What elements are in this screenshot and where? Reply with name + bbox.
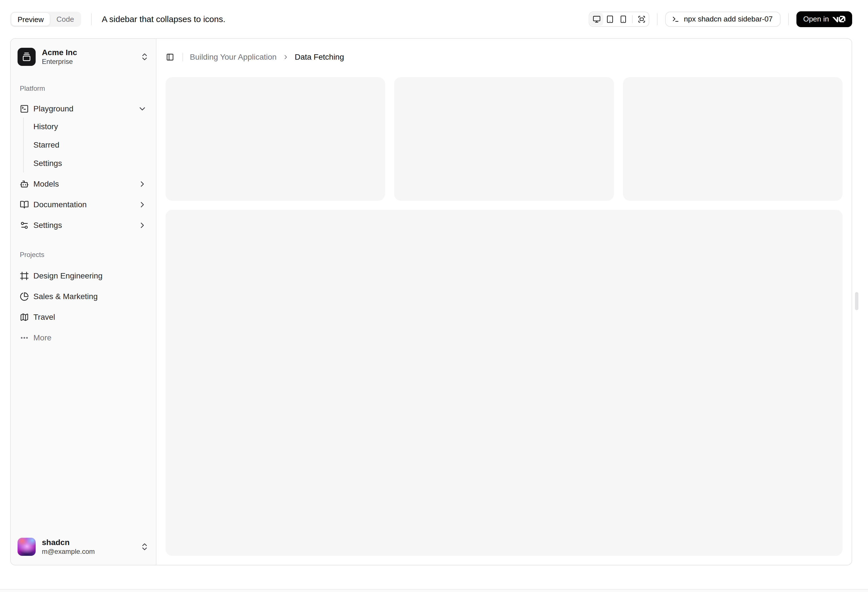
fullscreen-icon (638, 15, 646, 23)
sidebar-item-label: Playground (33, 104, 74, 113)
open-in-v0-button[interactable]: Open in (796, 11, 852, 27)
sidebar-item-label: More (33, 333, 52, 342)
chevron-right-icon (282, 54, 289, 60)
team-switcher-button[interactable]: Acme Inc Enterprise (15, 43, 151, 71)
placeholder-card-large (165, 210, 843, 556)
install-command-text: npx shadcn add sidebar-07 (684, 15, 773, 24)
placeholder-card (623, 77, 843, 201)
sidebar-item-label: Models (33, 180, 59, 188)
user-avatar (18, 538, 35, 556)
frame-icon (20, 271, 29, 280)
chevron-right-icon (138, 200, 147, 209)
v0-logo-icon (833, 16, 845, 22)
placeholder-card-row (165, 77, 843, 201)
component-preview-frame: Acme Inc Enterprise Platform Playground … (10, 38, 852, 565)
chevron-down-icon (138, 104, 147, 113)
bot-icon (20, 180, 29, 188)
map-icon (20, 313, 29, 322)
sidebar-item-label: Settings (33, 221, 62, 230)
pie-chart-icon (20, 292, 29, 301)
group-label-projects: Projects (20, 250, 151, 259)
sidebar-item-design-engineering[interactable]: Design Engineering (15, 267, 151, 285)
sidebar-item-models[interactable]: Models (15, 175, 151, 193)
settings-sliders-icon (20, 221, 29, 230)
desktop-view-button[interactable] (590, 13, 603, 26)
terminal-prompt-icon (672, 16, 679, 23)
page-scrollbar-thumb[interactable] (855, 292, 858, 310)
monitor-icon (593, 15, 601, 23)
tab-code[interactable]: Code (50, 12, 80, 26)
tablet-view-button[interactable] (603, 13, 617, 26)
team-plan: Enterprise (42, 58, 134, 65)
smartphone-icon (619, 15, 627, 23)
sidebar-item-sales-marketing[interactable]: Sales & Marketing (15, 287, 151, 306)
placeholder-card (165, 77, 385, 201)
chevron-right-icon (138, 180, 147, 188)
sidebar-nav: Platform Playground History Starred Sett… (11, 71, 156, 529)
sidebar-item-label: Design Engineering (33, 271, 102, 280)
mobile-view-button[interactable] (617, 13, 630, 26)
app-sidebar: Acme Inc Enterprise Platform Playground … (11, 39, 156, 565)
user-menu-button[interactable]: shadcn m@example.com (15, 533, 151, 560)
device-group-separator (632, 15, 633, 23)
main-area: Building Your Application Data Fetching (156, 39, 852, 565)
team-name: Acme Inc (42, 49, 134, 57)
header-divider (183, 53, 183, 61)
chevron-right-icon (138, 221, 147, 230)
panel-left-icon (166, 53, 174, 61)
playground-submenu: History Starred Settings (23, 118, 151, 172)
breadcrumb-current-page: Data Fetching (295, 53, 344, 62)
square-terminal-icon (20, 104, 29, 113)
user-email: m@example.com (42, 548, 134, 555)
sidebar-item-travel[interactable]: Travel (15, 308, 151, 326)
chevrons-up-down-icon (140, 52, 149, 61)
team-logo (18, 48, 35, 66)
sidebar-item-settings[interactable]: Settings (15, 216, 151, 234)
toolbar-divider (657, 13, 657, 25)
sidebar-item-more[interactable]: More (15, 329, 151, 347)
ellipsis-icon (20, 333, 29, 342)
sidebar-item-playground[interactable]: Playground (15, 100, 151, 118)
toolbar: Preview Code A sidebar that collapses to… (0, 0, 868, 38)
content-body (156, 75, 852, 565)
toolbar-divider (91, 13, 92, 25)
book-open-icon (20, 200, 29, 209)
component-description: A sidebar that collapses to icons. (102, 15, 226, 24)
toolbar-divider (788, 13, 789, 25)
sidebar-item-documentation[interactable]: Documentation (15, 196, 151, 214)
tablet-icon (606, 15, 614, 23)
open-in-label: Open in (803, 15, 829, 24)
sidebar-subitem-settings[interactable]: Settings (33, 155, 151, 172)
sidebar-item-label: Travel (33, 313, 55, 322)
sidebar-subitem-starred[interactable]: Starred (33, 136, 151, 154)
sidebar-item-label: Sales & Marketing (33, 292, 97, 301)
install-command-chip[interactable]: npx shadcn add sidebar-07 (665, 12, 781, 27)
next-section-edge (0, 589, 868, 592)
sidebar-toggle-button[interactable] (164, 51, 176, 63)
gallery-vertical-end-icon (22, 52, 31, 61)
device-size-toggle-group (589, 12, 649, 27)
group-label-platform: Platform (20, 84, 151, 93)
breadcrumb: Building Your Application Data Fetching (190, 53, 344, 62)
fullscreen-button[interactable] (635, 13, 648, 26)
user-name: shadcn (42, 538, 134, 547)
sidebar-subitem-history[interactable]: History (33, 118, 151, 136)
breadcrumb-parent-link[interactable]: Building Your Application (190, 53, 277, 62)
tab-preview[interactable]: Preview (11, 12, 50, 26)
sidebar-item-label: Documentation (33, 200, 87, 209)
preview-code-tabs: Preview Code (10, 12, 81, 27)
placeholder-card (394, 77, 614, 201)
content-header: Building Your Application Data Fetching (156, 39, 852, 75)
chevrons-up-down-icon (140, 542, 149, 551)
